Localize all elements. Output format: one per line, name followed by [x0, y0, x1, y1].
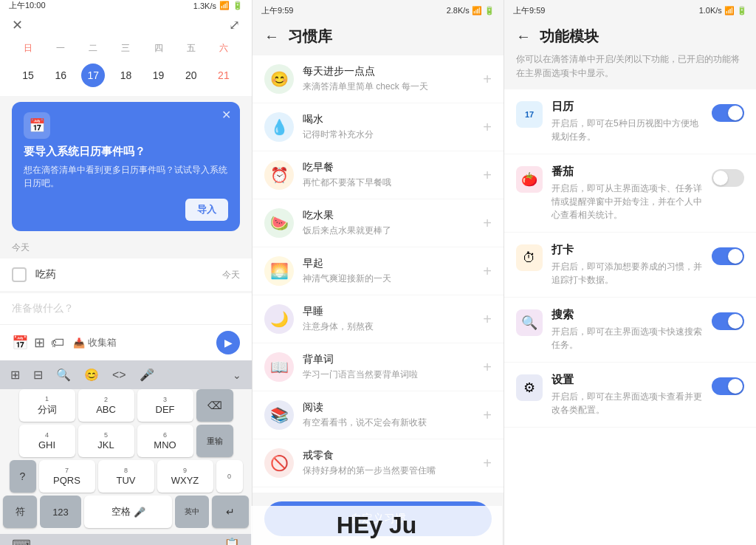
status-bar-2: 上午9:59 2.8K/s 📶 🔋: [252, 0, 504, 21]
panel-habits: 上午9:59 2.8K/s 📶 🔋 ← 习惯库 😊 每天进步一点点 来滴答清单里…: [252, 0, 504, 545]
panel2-title: 习惯库: [288, 27, 332, 47]
battery-1: 🔋: [233, 1, 243, 10]
module-icon-tomato: 🍅: [516, 166, 543, 193]
key-en-cn[interactable]: 英中: [175, 496, 209, 528]
habit-name-earlysleep: 早睡: [303, 305, 474, 318]
module-desc-checkin: 开启后，即可添加想要养成的习惯，并追踪打卡数据。: [551, 260, 703, 287]
key-0[interactable]: 0: [216, 460, 243, 493]
date-18[interactable]: 18: [114, 64, 137, 87]
habit-add-fruit[interactable]: +: [483, 215, 492, 232]
habit-desc-nosnack: 保持好身材的第一步当然要管住嘴: [303, 465, 474, 477]
key-tuv[interactable]: 8 TUV: [98, 460, 154, 493]
toggle-checkin[interactable]: [712, 247, 744, 265]
import-button[interactable]: 导入: [185, 199, 228, 221]
key-reset[interactable]: 重输: [196, 425, 233, 457]
status-time-1: 上午10:00: [9, 0, 46, 11]
habit-list: 😊 每天进步一点点 来滴答清单里简单 check 每一天 + 💧 喝水 记得时常…: [252, 55, 504, 493]
kb-chevron-icon[interactable]: ⌄: [228, 366, 246, 384]
module-info-search: 搜索 开启后，即可在主界面选项卡快速搜索任务。: [551, 308, 703, 352]
habit-add-vocab[interactable]: +: [483, 359, 492, 376]
task-checkbox-medicine[interactable]: [12, 267, 27, 282]
status-right-2: 2.8K/s 📶 🔋: [447, 6, 495, 16]
key-sym[interactable]: 符: [3, 496, 37, 528]
toolbar-inbox[interactable]: 📥 收集箱: [73, 336, 117, 349]
habit-add-breakfast[interactable]: +: [483, 167, 492, 184]
key-jkl[interactable]: 5 JKL: [78, 425, 134, 457]
habit-icon-earlysleep: 🌙: [264, 304, 294, 334]
habit-item-exercise: 🍑 锻炼身体 保持健康体魄记得多运动 +: [252, 487, 504, 493]
kb-table-icon[interactable]: ⊟: [29, 365, 47, 385]
kb-search-icon[interactable]: 🔍: [52, 365, 75, 385]
panel3-title: 功能模块: [540, 27, 599, 47]
kb-code-icon[interactable]: <>: [108, 366, 131, 385]
habit-add-water[interactable]: +: [483, 119, 492, 136]
keyboard-icon[interactable]: ⌨: [12, 537, 31, 545]
habit-add-read[interactable]: +: [483, 407, 492, 424]
date-16[interactable]: 16: [49, 64, 72, 87]
key-space[interactable]: 空格 🎤: [84, 496, 172, 528]
module-icon-settings: ⚙: [516, 374, 543, 401]
key-fenCI[interactable]: 1 分词: [19, 389, 75, 422]
prepare-input[interactable]: 准备做什么？: [0, 293, 252, 324]
import-card-close[interactable]: ✕: [221, 108, 231, 122]
key-ghi[interactable]: 4 GHI: [19, 425, 75, 457]
key-def[interactable]: 3 DEF: [137, 389, 193, 422]
clipboard-icon[interactable]: 📋: [224, 537, 240, 545]
habit-add-earlysleep[interactable]: +: [483, 311, 492, 328]
send-button[interactable]: ▶: [216, 331, 240, 354]
habit-desc-breakfast: 再忙都不要落下早餐哦: [303, 176, 474, 189]
key-row-1: 1 分词 2 ABC 3 DEF ⌫: [3, 389, 249, 422]
habit-item-earlyrise: 🌅 早起 神清气爽迎接新的一天 +: [252, 247, 504, 295]
key-mno[interactable]: 6 MNO: [137, 425, 193, 457]
date-20[interactable]: 20: [179, 64, 203, 87]
date-17-today[interactable]: 17: [81, 64, 105, 87]
module-icon-search: 🔍: [516, 309, 543, 336]
space-label: 空格: [111, 505, 131, 518]
toolbar-tag-icon[interactable]: 🏷: [51, 335, 64, 351]
key-row-3: ? 7 PQRS 8 TUV 9 WXYZ 0: [3, 460, 249, 493]
key-delete[interactable]: ⌫: [196, 389, 233, 422]
toolbar-grid-icon[interactable]: ⊞: [34, 335, 45, 351]
habit-icon-read: 📚: [264, 400, 294, 430]
kb-mic-icon[interactable]: 🎤: [135, 365, 159, 385]
habit-name-daily: 每天进步一点点: [303, 65, 474, 78]
expand-icon[interactable]: ⤢: [229, 17, 240, 33]
date-19[interactable]: 19: [147, 64, 171, 87]
toggle-calendar[interactable]: [712, 104, 744, 122]
key-wxyz[interactable]: 9 WXYZ: [157, 460, 213, 493]
toggle-tomato[interactable]: [712, 169, 744, 187]
date-21[interactable]: 21: [212, 64, 236, 87]
weekday-sun: 日: [12, 39, 44, 58]
toggle-settings[interactable]: [712, 377, 744, 395]
habit-desc-water: 记得时常补充水分: [303, 128, 474, 141]
habit-desc-daily: 来滴答清单里简单 check 每一天: [303, 80, 474, 93]
key-enter[interactable]: ↵: [212, 496, 249, 528]
habit-desc-earlysleep: 注意身体，别熬夜: [303, 321, 474, 333]
key-123[interactable]: 123: [40, 496, 81, 528]
close-icon[interactable]: ✕: [12, 17, 23, 33]
key-row-2: 4 GHI 5 JKL 6 MNO 重输: [3, 425, 249, 457]
today-section-label: 今天: [0, 237, 252, 258]
habit-add-earlyrise[interactable]: +: [483, 263, 492, 280]
habit-add-nosnack[interactable]: +: [483, 455, 492, 472]
module-desc-search: 开启后，即可在主界面选项卡快速搜索任务。: [551, 325, 703, 352]
key-abc[interactable]: 2 ABC: [78, 389, 134, 422]
panel2-back-button[interactable]: ←: [264, 28, 279, 45]
module-desc-settings: 开启后，即可在主界面选项卡查看并更改各类配置。: [551, 390, 703, 417]
panel3-header: ← 功能模块: [504, 21, 756, 52]
toolbar-calendar-icon[interactable]: 📅: [12, 335, 28, 351]
kb-grid-icon[interactable]: ⊞: [6, 365, 24, 385]
module-info-settings: 设置 开启后，即可在主界面选项卡查看并更改各类配置。: [551, 373, 703, 417]
toggle-search[interactable]: [712, 312, 744, 330]
key-pqrs[interactable]: 7 PQRS: [39, 460, 95, 493]
date-15[interactable]: 15: [16, 64, 40, 87]
inbox-icon: 📥: [73, 337, 85, 349]
module-list: 17 日历 开启后，即可在5种日历视图中方便地规划任务。 🍅 番茄 开启后，即可…: [504, 89, 756, 545]
habit-info-earlysleep: 早睡 注意身体，别熬夜: [303, 305, 474, 333]
habit-add-daily[interactable]: +: [483, 71, 492, 88]
module-icon-checkin: ⏱: [516, 244, 543, 271]
panel3-back-button[interactable]: ←: [516, 28, 531, 45]
kb-emoji-icon[interactable]: 😊: [80, 365, 103, 385]
key-question[interactable]: ?: [10, 460, 36, 493]
habit-info-fruit: 吃水果 饭后来点水果就更棒了: [303, 209, 474, 237]
